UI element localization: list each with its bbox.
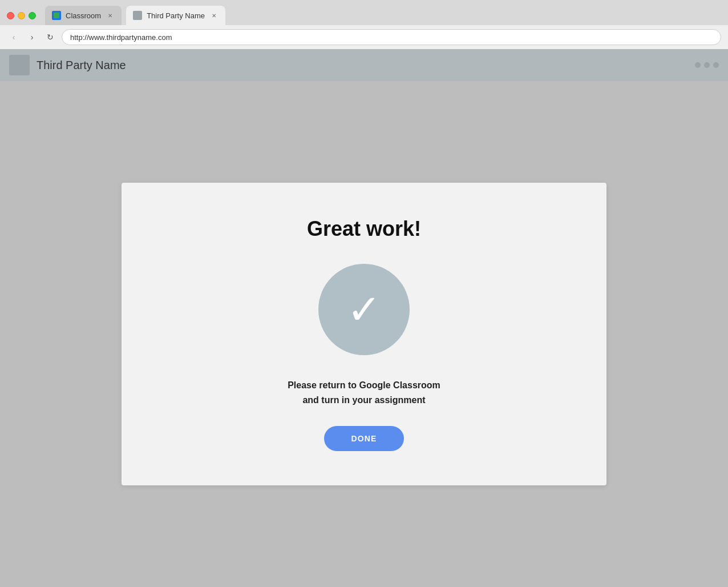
header-dot-3 [713,62,719,68]
app-header: Third Party Name [0,49,728,81]
card-title: Great work! [307,217,421,241]
third-party-tab-icon [133,11,142,20]
tab-third-party-label: Third Party Name [147,11,205,20]
reload-button[interactable]: ↻ [43,30,57,44]
app-logo [9,55,30,75]
header-dot-1 [695,62,701,68]
page-content: Great work! ✓ Please return to Google Cl… [0,81,728,587]
forward-icon: › [31,33,34,42]
classroom-tab-icon [52,11,61,20]
app-header-dots [695,62,719,68]
header-dot-2 [704,62,710,68]
traffic-lights [7,12,36,19]
tab-classroom-close[interactable]: ✕ [106,11,115,20]
close-button[interactable] [7,12,14,19]
card-message-line1: Please return to Google Classroom [288,378,440,393]
address-bar[interactable]: http://www.thirdpartyname.com [62,29,721,45]
tab-classroom[interactable]: Classroom ✕ [45,6,122,25]
back-icon: ‹ [13,33,15,42]
tab-third-party-close[interactable]: ✕ [209,11,219,20]
back-button[interactable]: ‹ [7,30,21,44]
checkmark-circle: ✓ [318,264,410,355]
tab-third-party[interactable]: Third Party Name ✕ [126,6,225,25]
card-message: Please return to Google Classroom and tu… [288,378,440,407]
card-message-line2: and turn in your assignment [288,393,440,408]
title-bar: Classroom ✕ Third Party Name ✕ [0,0,728,25]
maximize-button[interactable] [29,12,36,19]
browser-window: Classroom ✕ Third Party Name ✕ ‹ › ↻ htt… [0,0,728,587]
completion-card: Great work! ✓ Please return to Google Cl… [122,183,606,485]
checkmark-icon: ✓ [347,289,381,330]
tab-classroom-label: Classroom [66,11,101,20]
reload-icon: ↻ [47,33,54,42]
address-text: http://www.thirdpartyname.com [70,33,172,42]
forward-button[interactable]: › [25,30,39,44]
minimize-button[interactable] [18,12,25,19]
app-title: Third Party Name [37,59,126,72]
done-button[interactable]: DONE [324,426,405,451]
address-bar-row: ‹ › ↻ http://www.thirdpartyname.com [0,25,728,49]
